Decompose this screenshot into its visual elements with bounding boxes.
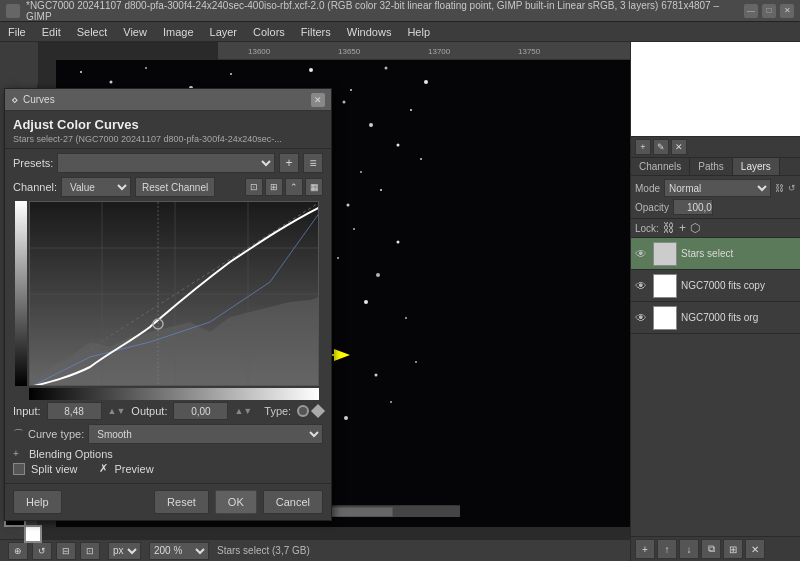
curves-body: Presets: + ≡ Channel: Value Reset Channe… xyxy=(5,149,331,483)
histogram-icon[interactable]: ▦ xyxy=(305,178,323,196)
channel-icon-buttons: ⊡ ⊞ ⌃ ▦ xyxy=(245,178,323,196)
delete-layer-button[interactable]: ✕ xyxy=(745,539,765,559)
preview-label: Preview xyxy=(114,463,153,475)
mode-select[interactable]: Normal xyxy=(664,179,771,197)
status-tool-4[interactable]: ⊡ xyxy=(80,542,100,560)
help-button[interactable]: Help xyxy=(13,490,62,514)
zoom-select[interactable]: 200 % xyxy=(149,542,209,560)
cancel-button[interactable]: Cancel xyxy=(263,490,323,514)
menu-help[interactable]: Help xyxy=(403,25,434,39)
type-diamond-radio[interactable] xyxy=(311,404,325,418)
raise-layer-button[interactable]: ↑ xyxy=(657,539,677,559)
svg-point-50 xyxy=(347,204,350,207)
svg-marker-7 xyxy=(30,297,319,386)
tab-channels[interactable]: Channels xyxy=(631,158,690,175)
layer-eye-icon-2[interactable]: 👁 xyxy=(635,311,649,325)
curve-canvas[interactable] xyxy=(29,201,319,386)
ok-button[interactable]: OK xyxy=(215,490,257,514)
input-value[interactable] xyxy=(47,402,102,420)
tab-layers[interactable]: Layers xyxy=(733,158,780,175)
layer-eye-icon-1[interactable]: 👁 xyxy=(635,279,649,293)
svg-point-88 xyxy=(375,374,378,377)
split-view-checkbox[interactable] xyxy=(13,463,25,475)
layer-name-2: NGC7000 fits org xyxy=(681,312,796,323)
new-channel-icon[interactable]: + xyxy=(635,139,651,155)
layer-thumb-0 xyxy=(653,242,677,266)
curves-layer-name: Stars select-27 (NGC7000 20241107 d800-p… xyxy=(13,134,323,144)
background-color[interactable] xyxy=(24,525,42,543)
curve-icon[interactable]: ⌃ xyxy=(285,178,303,196)
presets-select[interactable] xyxy=(57,153,275,173)
svg-point-93 xyxy=(344,416,348,420)
mode-refresh-icon[interactable]: ↺ xyxy=(788,183,796,193)
svg-point-40 xyxy=(360,171,362,173)
log-icon[interactable]: ⊞ xyxy=(265,178,283,196)
menu-image[interactable]: Image xyxy=(159,25,198,39)
duplicate-layer-button[interactable]: ⧉ xyxy=(701,539,721,559)
svg-point-16 xyxy=(145,67,147,69)
layer-eye-icon-0[interactable]: 👁 xyxy=(635,247,649,261)
curve-type-label: ⌒ xyxy=(13,427,24,442)
layer-item-stars-select[interactable]: 👁 Stars select xyxy=(631,238,800,270)
status-tool-3[interactable]: ⊟ xyxy=(56,542,76,560)
lower-layer-button[interactable]: ↓ xyxy=(679,539,699,559)
output-value[interactable] xyxy=(173,402,228,420)
reset-button[interactable]: Reset xyxy=(154,490,209,514)
new-layer-button[interactable]: + xyxy=(635,539,655,559)
curve-type-select[interactable]: Smooth xyxy=(88,424,323,444)
menu-view[interactable]: View xyxy=(119,25,151,39)
expand-icon[interactable]: + xyxy=(13,448,25,460)
svg-point-30 xyxy=(343,101,346,104)
reset-channel-button[interactable]: Reset Channel xyxy=(135,177,215,197)
dialog-buttons: Help Reset OK Cancel xyxy=(5,483,331,520)
menu-file[interactable]: File xyxy=(4,25,30,39)
svg-point-31 xyxy=(369,123,373,127)
lock-position-icon[interactable]: ⛓ xyxy=(663,221,675,235)
maximize-button[interactable]: □ xyxy=(762,4,776,18)
minimize-button[interactable]: — xyxy=(744,4,758,18)
menu-filters[interactable]: Filters xyxy=(297,25,335,39)
presets-row: Presets: + ≡ xyxy=(13,153,323,173)
x-mark: ✗ xyxy=(99,462,108,475)
lock-pixel-icon[interactable]: + xyxy=(679,221,686,235)
svg-point-15 xyxy=(110,81,113,84)
lock-alpha-icon[interactable]: ⬡ xyxy=(690,221,700,235)
menu-windows[interactable]: Windows xyxy=(343,25,396,39)
mode-chain-icon[interactable]: ⛓ xyxy=(775,183,784,193)
merge-layer-button[interactable]: ⊞ xyxy=(723,539,743,559)
close-button[interactable]: ✕ xyxy=(780,4,794,18)
edit-channel-icon[interactable]: ✎ xyxy=(653,139,669,155)
channel-select[interactable]: Value xyxy=(61,177,131,197)
del-channel-icon[interactable]: ✕ xyxy=(671,139,687,155)
presets-menu-button[interactable]: ≡ xyxy=(303,153,323,173)
status-tool-2[interactable]: ↺ xyxy=(32,542,52,560)
curve-gradient-left xyxy=(15,201,27,386)
menu-colors[interactable]: Colors xyxy=(249,25,289,39)
presets-add-button[interactable]: + xyxy=(279,153,299,173)
layer-item-ngc7000-org[interactable]: 👁 NGC7000 fits org xyxy=(631,302,800,334)
menu-bar: File Edit Select View Image Layer Colors… xyxy=(0,22,800,42)
linear-icon[interactable]: ⊡ xyxy=(245,178,263,196)
title-bar: *NGC7000 20241107 d800-pfa-300f4-24x240s… xyxy=(0,0,800,22)
layer-item-ngc7000-copy[interactable]: 👁 NGC7000 fits copy xyxy=(631,270,800,302)
type-circle-radio[interactable] xyxy=(297,405,309,417)
opacity-input[interactable] xyxy=(673,199,713,215)
curve-container xyxy=(29,201,323,386)
status-tool-1[interactable]: ⊕ xyxy=(8,542,28,560)
menu-select[interactable]: Select xyxy=(73,25,112,39)
lock-row: Lock: ⛓ + ⬡ xyxy=(631,219,800,238)
mode-section: Mode Normal ⛓ ↺ Opacity xyxy=(631,176,800,219)
preview-row: Split view ✗ Preview xyxy=(13,462,323,475)
unit-select[interactable]: px xyxy=(108,542,141,560)
curves-close-button[interactable]: ✕ xyxy=(311,93,325,107)
tab-paths[interactable]: Paths xyxy=(690,158,733,175)
svg-point-76 xyxy=(364,300,368,304)
opacity-label: Opacity xyxy=(635,202,669,213)
menu-edit[interactable]: Edit xyxy=(38,25,65,39)
blending-row: + Blending Options xyxy=(13,448,323,460)
svg-point-21 xyxy=(350,89,352,91)
menu-layer[interactable]: Layer xyxy=(206,25,242,39)
svg-point-89 xyxy=(415,361,417,363)
svg-point-67 xyxy=(337,257,339,259)
input-label: Input: xyxy=(13,405,41,417)
